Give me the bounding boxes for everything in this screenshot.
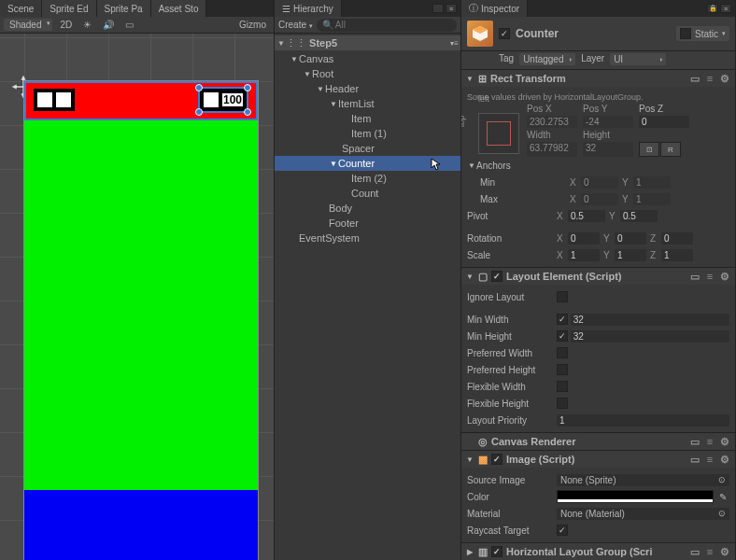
- node-root[interactable]: ▼Root: [275, 66, 460, 81]
- image-enable[interactable]: [491, 454, 502, 465]
- gear-icon[interactable]: ⚙: [718, 435, 731, 448]
- node-body[interactable]: Body: [275, 201, 460, 216]
- panel-menu-icon[interactable]: ≡: [720, 4, 731, 13]
- search-input[interactable]: 🔍 All: [317, 19, 457, 32]
- active-checkbox[interactable]: [499, 28, 510, 39]
- tab-hierarchy[interactable]: ☰ Hierarchy: [275, 0, 342, 17]
- help-icon[interactable]: ▭: [688, 453, 701, 466]
- preset-icon[interactable]: ≡: [703, 545, 716, 558]
- layout-element-header[interactable]: ▼ ▢ Layout Element (Script) ▭≡⚙: [461, 268, 735, 285]
- node-eventsystem[interactable]: EventSystem: [275, 231, 460, 245]
- pref-width-checkbox[interactable]: [557, 347, 568, 358]
- preset-icon[interactable]: ≡: [703, 270, 716, 283]
- create-dropdown[interactable]: Create ▾: [278, 20, 313, 30]
- anchor-min-x[interactable]: 0: [581, 176, 618, 189]
- mode-2d-button[interactable]: 2D: [56, 19, 76, 31]
- color-field[interactable]: [557, 490, 714, 503]
- fold-icon[interactable]: ▼: [276, 39, 286, 48]
- scale-y[interactable]: 1: [615, 249, 646, 261]
- preset-icon[interactable]: ≡: [703, 435, 716, 448]
- tab-inspector[interactable]: ⓘ Inspector: [461, 0, 528, 17]
- min-width-checkbox[interactable]: [557, 314, 568, 325]
- hlg-header[interactable]: ▶ ▥ Horizontal Layout Group (Scri ▭≡⚙: [461, 543, 735, 560]
- shading-dropdown[interactable]: Shaded: [4, 19, 52, 31]
- node-itemlist[interactable]: ▼ItemList: [275, 96, 460, 111]
- rot-z[interactable]: 0: [661, 232, 693, 245]
- scene-viewport[interactable]: 100: [0, 34, 274, 560]
- raycast-checkbox[interactable]: [557, 525, 568, 536]
- flex-width-checkbox[interactable]: [557, 381, 568, 392]
- node-counter[interactable]: ▼Counter: [275, 156, 460, 171]
- gear-icon[interactable]: ⚙: [718, 72, 731, 85]
- node-header[interactable]: ▼Header: [275, 81, 460, 96]
- help-icon[interactable]: ▭: [688, 435, 701, 448]
- raw-edit-button[interactable]: R: [660, 142, 681, 157]
- anchor-max-x[interactable]: 0: [581, 193, 618, 205]
- help-icon[interactable]: ▭: [688, 545, 701, 558]
- gear-icon[interactable]: ⚙: [718, 453, 731, 466]
- node-spacer[interactable]: Spacer: [275, 141, 460, 156]
- gear-icon[interactable]: ⚙: [718, 545, 731, 558]
- scene-light-icon[interactable]: ☀: [79, 19, 95, 31]
- layer-dropdown[interactable]: UI: [610, 53, 666, 65]
- layout-priority-field[interactable]: 1: [557, 414, 729, 427]
- canvas-renderer-header[interactable]: ▼ ◎ Canvas Renderer ▭≡⚙: [461, 433, 735, 450]
- tab-asset-store[interactable]: Asset Sto: [151, 0, 207, 17]
- eyedropper-icon[interactable]: ✎: [716, 490, 729, 503]
- image-header[interactable]: ▼ ▩ Image (Script) ▭≡⚙: [461, 451, 735, 468]
- source-image-field[interactable]: None (Sprite): [557, 474, 729, 486]
- help-icon[interactable]: ▭: [688, 72, 701, 85]
- counter-box[interactable]: 100: [200, 89, 247, 111]
- posx-field[interactable]: 230.2753: [527, 116, 577, 128]
- rot-y[interactable]: 0: [615, 232, 646, 245]
- min-height-field[interactable]: 32: [571, 330, 729, 343]
- anchor-min-y[interactable]: 1: [633, 176, 671, 189]
- scene-root-row[interactable]: ▼ ⋮⋮ Step5 ▾≡: [275, 35, 460, 50]
- scale-x[interactable]: 1: [568, 249, 600, 261]
- static-dropdown[interactable]: Static ▾: [676, 26, 729, 41]
- anchor-max-y[interactable]: 1: [633, 193, 671, 205]
- preset-icon[interactable]: ≡: [703, 453, 716, 466]
- pivot-x[interactable]: 0.5: [568, 210, 605, 222]
- posz-field[interactable]: 0: [639, 116, 689, 128]
- scene-fx-icon[interactable]: ▭: [121, 19, 137, 31]
- scene-menu-icon[interactable]: ▾≡: [450, 39, 459, 48]
- gear-icon[interactable]: ⚙: [718, 270, 731, 283]
- node-footer[interactable]: Footer: [275, 216, 460, 231]
- panel-lock-icon[interactable]: 🔒: [707, 4, 718, 13]
- height-field[interactable]: 32: [583, 142, 633, 157]
- ignore-layout-checkbox[interactable]: [557, 291, 568, 302]
- min-width-field[interactable]: 32: [571, 314, 729, 326]
- help-icon[interactable]: ▭: [688, 270, 701, 283]
- scale-z[interactable]: 1: [661, 249, 693, 261]
- material-field[interactable]: None (Material): [557, 508, 729, 520]
- gameobject-name[interactable]: Counter: [516, 27, 559, 40]
- width-field[interactable]: 63.77982: [527, 142, 577, 157]
- rot-x[interactable]: 0: [568, 232, 600, 245]
- pref-height-checkbox[interactable]: [557, 364, 568, 375]
- rect-transform-header[interactable]: ▼ ⊞ Rect Transform ▭ ≡ ⚙: [461, 70, 735, 87]
- flex-height-checkbox[interactable]: [557, 398, 568, 409]
- tab-sprite-editor[interactable]: Sprite Ed: [42, 0, 96, 17]
- anchors-fold-icon[interactable]: ▼: [467, 161, 476, 170]
- gizmos-dropdown[interactable]: Gizmo: [235, 19, 270, 31]
- anchor-preset-button[interactable]: [478, 113, 519, 154]
- pivot-y[interactable]: 0.5: [620, 210, 658, 222]
- panel-menu-icon[interactable]: ≡: [446, 4, 457, 13]
- static-checkbox[interactable]: [680, 28, 691, 39]
- node-item[interactable]: Item: [275, 111, 460, 126]
- preset-icon[interactable]: ≡: [703, 72, 716, 85]
- node-item1[interactable]: Item (1): [275, 126, 460, 141]
- node-canvas[interactable]: ▼Canvas: [275, 51, 460, 66]
- posy-field[interactable]: -24: [583, 116, 633, 128]
- hlg-enable[interactable]: [491, 546, 502, 557]
- tab-scene[interactable]: Scene: [0, 0, 42, 17]
- node-count[interactable]: Count: [275, 186, 460, 201]
- layout-element-enable[interactable]: [491, 271, 502, 282]
- min-height-checkbox[interactable]: [557, 330, 568, 342]
- node-item2[interactable]: Item (2): [275, 171, 460, 186]
- panel-lock-icon[interactable]: [432, 4, 444, 13]
- tab-sprite-packer[interactable]: Sprite Pa: [97, 0, 151, 17]
- tag-dropdown[interactable]: Untagged: [519, 53, 575, 65]
- blueprint-mode-button[interactable]: ⊡: [639, 142, 659, 157]
